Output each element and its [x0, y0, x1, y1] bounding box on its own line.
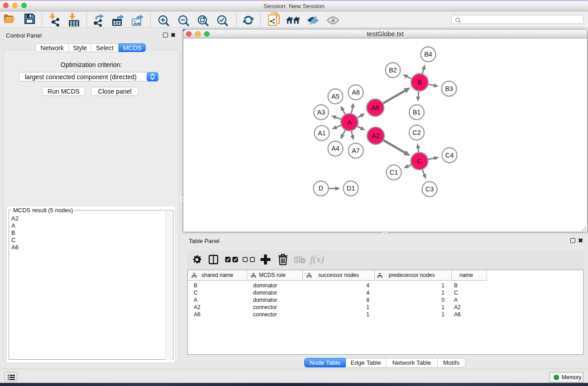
svg-text:B2: B2 — [389, 67, 397, 74]
svg-text:D: D — [319, 185, 323, 192]
svg-text:C3: C3 — [425, 186, 434, 193]
svg-text:B: B — [417, 79, 422, 86]
svg-text:A5: A5 — [331, 93, 339, 100]
svg-text:A2: A2 — [372, 132, 380, 139]
svg-text:B4: B4 — [424, 51, 432, 58]
svg-text:C4: C4 — [445, 152, 454, 159]
svg-text:B3: B3 — [445, 85, 453, 92]
svg-text:B1: B1 — [413, 109, 421, 116]
svg-text:A8: A8 — [352, 89, 360, 96]
svg-text:D1: D1 — [347, 185, 355, 192]
svg-text:A: A — [347, 119, 352, 126]
svg-text:C: C — [417, 157, 421, 165]
svg-text:C1: C1 — [390, 169, 398, 176]
svg-text:A4: A4 — [331, 145, 339, 152]
svg-text:C2: C2 — [412, 129, 421, 136]
svg-text:A1: A1 — [318, 129, 326, 137]
svg-text:A6: A6 — [371, 104, 379, 111]
svg-text:A3: A3 — [317, 109, 325, 116]
svg-text:A7: A7 — [352, 147, 360, 154]
